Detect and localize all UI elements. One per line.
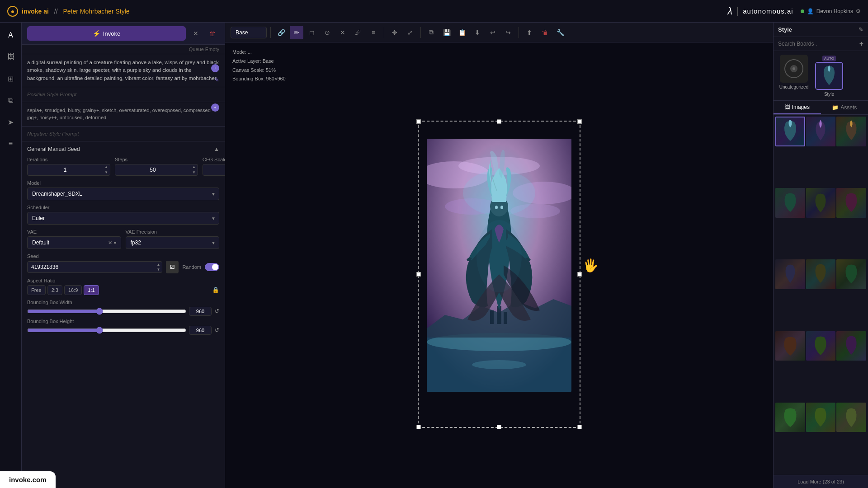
negative-extra-badge: +	[211, 103, 219, 112]
tool-align-button[interactable]: ≡	[367, 26, 380, 39]
selection-handle-tr[interactable]	[577, 119, 582, 124]
tool-delete-canvas-button[interactable]: 🗑	[538, 26, 552, 39]
image-thumb-11[interactable]	[806, 331, 836, 361]
panel-edit-button[interactable]: ✎	[859, 26, 863, 33]
tool-transform-button[interactable]: ⤢	[403, 26, 417, 39]
mode-select[interactable]: Base Inpaint Outpaint	[231, 27, 267, 38]
selection-handle-ml[interactable]	[416, 272, 421, 277]
image-thumb-5[interactable]	[806, 188, 836, 218]
board-auto-badge: AUTO	[822, 56, 836, 61]
user-icon: 👤	[807, 8, 814, 14]
icon-bar-grid-tool[interactable]: ⊞	[4, 71, 18, 86]
bbox-width-input[interactable]	[189, 307, 212, 316]
icon-bar-menu-tool[interactable]: ≡	[4, 136, 18, 151]
tab-images[interactable]: 🖼 Images	[774, 101, 821, 114]
add-board-button[interactable]: +	[859, 40, 863, 48]
user-settings-icon[interactable]: ⚙	[856, 8, 861, 14]
bbox-width-label: Bounding Box Width	[27, 300, 219, 305]
board-style[interactable]: AUTO Style	[813, 55, 845, 97]
load-more-button[interactable]: Load More (23 of 23)	[774, 475, 868, 488]
search-boards-input[interactable]	[778, 41, 857, 47]
selection-handle-mr[interactable]	[577, 272, 582, 277]
image-thumb-1[interactable]	[775, 117, 805, 146]
manual-seed-badge[interactable]: Manual Seed	[48, 146, 80, 152]
image-thumb-7[interactable]	[775, 259, 805, 289]
canvas-viewport[interactable]: 🖐	[225, 42, 773, 488]
tool-link-button[interactable]: 🔗	[274, 26, 288, 39]
prompt-edit-button[interactable]: ✎	[214, 76, 219, 83]
aspect-2-3-button[interactable]: 2:3	[47, 285, 62, 295]
board-uncategorized[interactable]: Uncategorized	[778, 55, 810, 97]
section-collapse-icon[interactable]: ▲	[214, 146, 219, 152]
bbox-width-reset-button[interactable]: ↺	[214, 308, 219, 314]
image-thumb-12[interactable]	[836, 331, 866, 361]
tool-upload-button[interactable]: ⬆	[523, 26, 536, 39]
image-thumb-6[interactable]	[836, 188, 866, 218]
invoke-button[interactable]: ⚡ Invoke	[27, 26, 186, 41]
steps-input[interactable]	[115, 164, 190, 175]
tool-x-button[interactable]: ✕	[336, 26, 349, 39]
tool-pen-button[interactable]: 🖊	[351, 26, 365, 39]
icon-bar-layers-tool[interactable]: ⧉	[4, 93, 18, 108]
vae-clear-button[interactable]: ✕	[108, 239, 112, 245]
icon-bar-send-tool[interactable]: ➤	[4, 115, 18, 129]
image-thumb-14[interactable]	[806, 403, 836, 432]
positive-style-prompt[interactable]: Positive Style Prompt	[22, 87, 225, 102]
tool-move-button[interactable]: ✥	[388, 26, 401, 39]
tool-lasso-button[interactable]: ⊙	[321, 26, 334, 39]
selection-handle-bl[interactable]	[416, 425, 421, 429]
invoke-close-button[interactable]: ✕	[189, 28, 202, 39]
bbox-height-slider[interactable]	[27, 327, 186, 334]
cfg-input[interactable]	[203, 164, 225, 175]
selection-handle-tl[interactable]	[416, 119, 421, 124]
seed-input[interactable]	[28, 262, 155, 272]
bbox-height-reset-button[interactable]: ↺	[214, 327, 219, 333]
image-thumb-9[interactable]	[836, 259, 866, 289]
bbox-width-slider[interactable]	[27, 308, 186, 315]
selection-handle-br[interactable]	[577, 425, 582, 429]
image-thumb-3[interactable]	[836, 117, 866, 146]
invoke-delete-button[interactable]: 🗑	[206, 28, 219, 39]
steps-up[interactable]: ▲	[190, 164, 198, 170]
tool-copy-button[interactable]: 📋	[455, 26, 469, 39]
tool-brush-button[interactable]: ✏	[290, 26, 303, 39]
bbox-height-input[interactable]	[189, 326, 212, 335]
image-thumb-10[interactable]	[775, 331, 805, 361]
aspect-free-button[interactable]: Free	[27, 285, 46, 295]
vae-precision-select[interactable]: fp32	[126, 236, 220, 249]
random-toggle[interactable]	[205, 263, 219, 271]
selection-handle-bm[interactable]	[497, 425, 501, 429]
selection-handle-tm[interactable]	[497, 119, 501, 124]
iterations-input[interactable]	[28, 164, 103, 175]
tool-save-button[interactable]: 💾	[440, 26, 453, 39]
image-thumb-2[interactable]	[806, 117, 836, 146]
tool-eraser-button[interactable]: ◻	[305, 26, 319, 39]
aspect-16-9-button[interactable]: 16:9	[64, 285, 82, 295]
bbox-width-row: ↺	[27, 307, 219, 316]
image-thumb-15[interactable]	[836, 403, 866, 432]
aspect-lock-icon[interactable]: 🔒	[212, 286, 219, 293]
image-thumb-13[interactable]	[775, 403, 805, 432]
icon-bar-image-tool[interactable]: 🖼	[4, 50, 18, 64]
seed-up[interactable]: ▲	[155, 262, 162, 267]
aspect-1-1-button[interactable]: 1:1	[84, 285, 99, 295]
negative-style-prompt[interactable]: Negative Style Prompt	[22, 127, 225, 141]
iterations-up[interactable]: ▲	[103, 164, 110, 170]
tool-layers-button[interactable]: ⧉	[425, 26, 438, 39]
tab-assets[interactable]: 📁 Assets	[821, 101, 868, 114]
image-thumb-8[interactable]	[806, 259, 836, 289]
vae-select[interactable]: Default	[27, 236, 121, 249]
icon-bar-text-tool[interactable]: A	[4, 28, 18, 42]
iterations-down[interactable]: ▼	[103, 170, 110, 175]
seed-down[interactable]: ▼	[155, 267, 162, 272]
tool-download-button[interactable]: ⬇	[471, 26, 484, 39]
seed-dice-button[interactable]: ⚂	[166, 261, 179, 273]
tool-undo-button[interactable]: ↩	[486, 26, 500, 39]
model-select[interactable]: Dreamshaper_SDXL	[27, 188, 219, 200]
steps-down[interactable]: ▼	[190, 170, 198, 175]
tool-redo-button[interactable]: ↪	[501, 26, 515, 39]
tool-settings-button[interactable]: 🔧	[553, 26, 567, 39]
image-thumb-4[interactable]	[775, 188, 805, 218]
scheduler-select[interactable]: Euler	[27, 212, 219, 225]
icon-bar: A 🖼 ⊞ ⧉ ➤ ≡	[0, 23, 22, 488]
